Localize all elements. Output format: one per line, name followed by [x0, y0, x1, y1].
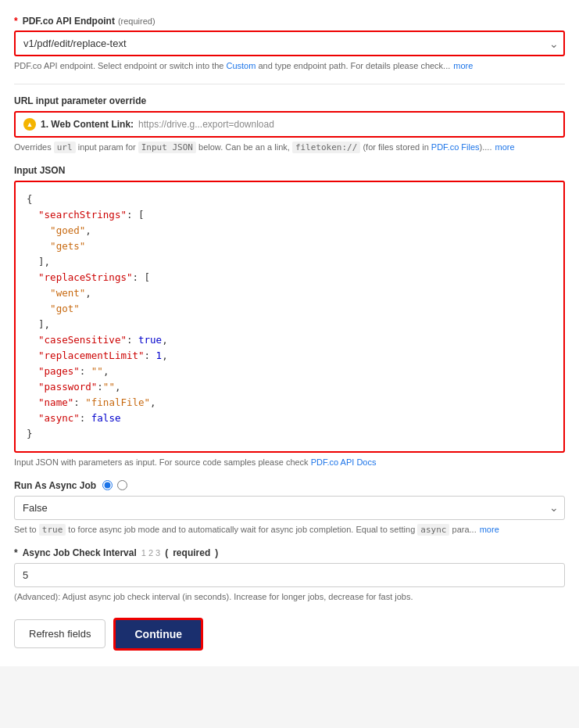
url-override-label: 1. Web Content Link:	[41, 119, 134, 130]
url-override-value: https://drive.g...export=download	[138, 119, 274, 130]
interval-required-text: required	[173, 547, 210, 558]
url-override-more-link[interactable]: more	[495, 142, 514, 152]
api-endpoint-wrapper: v1/pdf/edit/replace-text ⌄	[14, 30, 565, 56]
api-endpoint-help: PDF.co API endpoint. Select endpoint or …	[14, 59, 565, 73]
run-async-section: Run As Async Job False ⌄ Set to true to …	[14, 480, 565, 537]
async-code: async	[417, 524, 449, 536]
interval-required-star: *	[14, 547, 18, 558]
url-override-box[interactable]: ▲ 1. Web Content Link: https://drive.g..…	[14, 111, 565, 138]
api-endpoint-title: PDF.co API Endpoint	[23, 16, 115, 27]
url-override-help: Overrides url input param for Input JSON…	[14, 141, 565, 155]
run-async-help: Set to true to force async job mode and …	[14, 523, 565, 537]
url-code: url	[54, 142, 76, 153]
bottom-buttons: Refresh fields Continue	[14, 618, 565, 651]
input-json-code: Input JSON	[138, 142, 196, 153]
async-select-wrapper: False ⌄	[14, 496, 565, 520]
run-async-more-link[interactable]: more	[480, 525, 499, 534]
input-json-help: Input JSON with parameters as input. For…	[14, 456, 565, 469]
async-interval-help: (Advanced): Adjust async job check inter…	[14, 590, 565, 604]
run-async-radio-group	[102, 480, 127, 490]
filetoken-code: filetoken://	[292, 142, 360, 153]
run-async-radio-false[interactable]	[117, 480, 127, 490]
input-json-title: Input JSON	[14, 165, 565, 176]
refresh-fields-button[interactable]: Refresh fields	[14, 619, 105, 648]
async-interval-title: Async Job Check Interval	[23, 547, 137, 558]
async-interval-label: * Async Job Check Interval 1 2 3 (requir…	[14, 547, 565, 558]
api-endpoint-section: * PDF.co API Endpoint (required) v1/pdf/…	[14, 16, 565, 73]
async-interval-section: * Async Job Check Interval 1 2 3 (requir…	[14, 547, 565, 604]
pdfco-files-link[interactable]: PDF.co Files	[431, 142, 480, 152]
async-interval-input[interactable]	[14, 563, 565, 587]
interval-note: (	[165, 547, 168, 558]
continue-button[interactable]: Continue	[113, 618, 203, 651]
api-endpoint-label: * PDF.co API Endpoint (required)	[14, 16, 565, 27]
web-content-icon: ▲	[23, 118, 36, 131]
interval-note-close: )	[215, 547, 218, 558]
true-code: true	[39, 524, 66, 536]
required-star: *	[14, 16, 18, 27]
api-docs-link[interactable]: PDF.co API Docs	[311, 457, 377, 467]
api-endpoint-select[interactable]: v1/pdf/edit/replace-text	[14, 30, 565, 56]
divider-1	[14, 84, 565, 84]
url-override-title: URL input parameter override	[14, 95, 565, 106]
input-json-section: Input JSON { "searchStrings": [ "goed", …	[14, 165, 565, 469]
api-endpoint-more-link[interactable]: more	[453, 61, 473, 70]
api-endpoint-note: (required)	[118, 16, 155, 26]
custom-link[interactable]: Custom	[227, 61, 256, 70]
interval-steps: 1 2 3	[141, 548, 160, 558]
run-async-label: Run As Async Job	[14, 480, 565, 491]
run-async-radio-true[interactable]	[102, 480, 113, 490]
json-textarea[interactable]: { "searchStrings": [ "goed", "gets" ], "…	[14, 181, 565, 453]
url-override-section: URL input parameter override ▲ 1. Web Co…	[14, 95, 565, 155]
async-job-select[interactable]: False	[14, 496, 565, 520]
main-container: * PDF.co API Endpoint (required) v1/pdf/…	[0, 0, 579, 666]
